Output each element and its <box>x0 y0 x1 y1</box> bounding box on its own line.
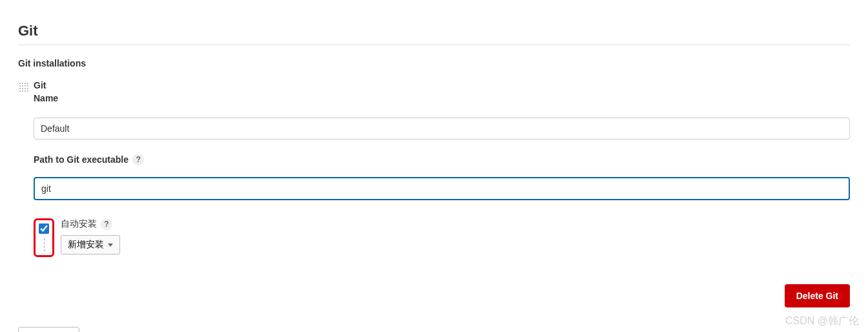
name-label: Name <box>34 93 850 103</box>
section-title: Git <box>18 23 850 45</box>
chevron-down-icon <box>108 244 113 247</box>
add-installer-label: 新增安装 <box>68 239 104 251</box>
git-heading: Git <box>34 80 850 90</box>
git-installation-group: Git Name Path to Git executable ? 自动安装 ?… <box>18 80 850 307</box>
help-icon[interactable]: ? <box>132 154 144 165</box>
git-installations-label: Git installations <box>18 58 850 68</box>
highlight-annotation <box>34 218 54 257</box>
name-input[interactable] <box>34 118 850 140</box>
add-git-button[interactable]: Add Git <box>18 327 79 332</box>
help-icon[interactable]: ? <box>101 218 112 230</box>
delete-git-button[interactable]: Delete Git <box>785 284 850 307</box>
watermark: CSDN @韩广伦 <box>785 315 859 328</box>
auto-install-label: 自动安装 <box>61 218 97 230</box>
path-input[interactable] <box>34 177 850 200</box>
tree-line <box>44 238 45 251</box>
path-label: Path to Git executable <box>34 154 129 165</box>
add-installer-button[interactable]: 新增安装 <box>61 235 120 254</box>
drag-handle-icon[interactable] <box>18 81 30 93</box>
auto-install-checkbox[interactable] <box>39 223 49 234</box>
